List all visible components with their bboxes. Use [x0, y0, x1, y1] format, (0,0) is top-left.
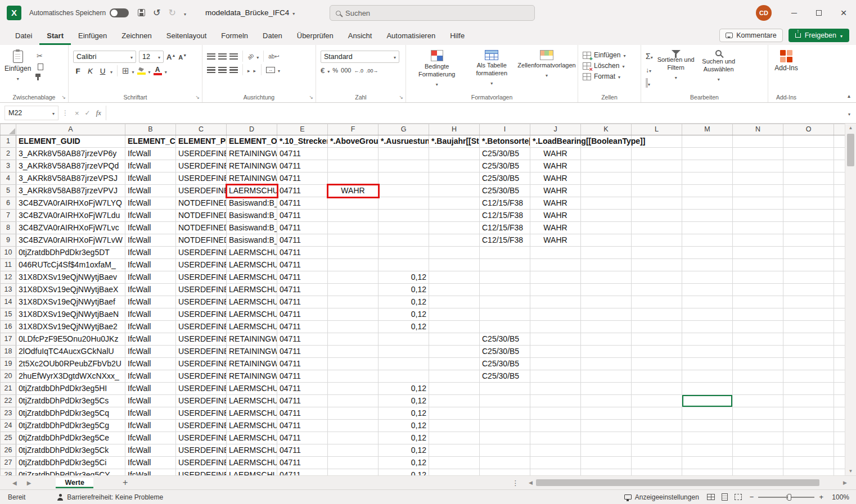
- cell-J19[interactable]: [530, 358, 581, 370]
- column-header-J[interactable]: J: [530, 124, 581, 135]
- cell-L22[interactable]: [632, 395, 682, 407]
- cell-M26[interactable]: [682, 444, 733, 457]
- cell-F23[interactable]: [328, 407, 379, 420]
- cell-E6[interactable]: 04711: [277, 197, 328, 210]
- cell-F20[interactable]: [328, 370, 379, 383]
- cell-B18[interactable]: IfcWall: [125, 346, 176, 358]
- cell-G26[interactable]: 0,12: [379, 444, 429, 457]
- cell-K5[interactable]: [581, 185, 632, 197]
- insert-cells-button[interactable]: Einfügen: [583, 51, 636, 59]
- cell-L9[interactable]: [632, 234, 682, 247]
- format-painter-icon[interactable]: [35, 74, 40, 77]
- cell-O16[interactable]: [783, 321, 834, 333]
- cell-H10[interactable]: [429, 247, 480, 259]
- cell-K9[interactable]: [581, 234, 632, 247]
- cell-G16[interactable]: 0,12: [379, 321, 429, 333]
- cell-J15[interactable]: [530, 308, 581, 321]
- align-left-icon[interactable]: [207, 67, 215, 73]
- cell-D19[interactable]: RETAININGW: [227, 358, 277, 370]
- cell-A23[interactable]: 0tjZratdbDhPdDkr3eg5Cq: [16, 407, 125, 420]
- font-size-select[interactable]: 12: [139, 51, 164, 63]
- cell-E2[interactable]: 04711: [277, 148, 328, 160]
- align-bottom-icon[interactable]: [229, 53, 238, 60]
- sheet-nav-right-icon[interactable]: [27, 480, 31, 486]
- cell-D12[interactable]: LAERMSCHUT: [227, 271, 277, 284]
- zoom-slider-handle[interactable]: [787, 494, 791, 501]
- cell-E19[interactable]: 04711: [277, 358, 328, 370]
- cell-N9[interactable]: [733, 234, 783, 247]
- cell-M12[interactable]: [682, 271, 733, 284]
- cell-J4[interactable]: WAHR: [530, 172, 581, 185]
- formula-bar-handle-icon[interactable]: [62, 109, 69, 117]
- cell-J23[interactable]: [530, 407, 581, 420]
- cell-C18[interactable]: USERDEFINED: [176, 346, 227, 358]
- align-center-icon[interactable]: [218, 67, 227, 73]
- cell-A19[interactable]: 2t5Xc2OUb0RPeubZFbVb2U: [16, 358, 125, 370]
- cell-M15[interactable]: [682, 308, 733, 321]
- cell-H5[interactable]: [429, 185, 480, 197]
- cell-K21[interactable]: [581, 383, 632, 395]
- cell-D17[interactable]: RETAININGW: [227, 333, 277, 346]
- cell-B17[interactable]: IfcWall: [125, 333, 176, 346]
- tab-seitenlayout[interactable]: Seitenlayout: [159, 28, 214, 45]
- row-header-16[interactable]: 16: [1, 321, 16, 333]
- cell-L3[interactable]: [632, 160, 682, 172]
- cell-M24[interactable]: [682, 420, 733, 432]
- cell-C9[interactable]: NOTDEFINED: [176, 234, 227, 247]
- cell-C28[interactable]: USERDEFINED: [176, 469, 227, 476]
- cell-N28[interactable]: [733, 469, 783, 476]
- cell-I21[interactable]: [480, 383, 530, 395]
- cell-M17[interactable]: [682, 333, 733, 346]
- cell-M27[interactable]: [682, 457, 733, 469]
- cell-M3[interactable]: [682, 160, 733, 172]
- cell-E18[interactable]: 04711: [277, 346, 328, 358]
- fill-color-chevron-icon[interactable]: [148, 66, 151, 76]
- cell-C17[interactable]: USERDEFINED: [176, 333, 227, 346]
- column-header-F[interactable]: F: [328, 124, 379, 135]
- cell-L25[interactable]: [632, 432, 682, 444]
- cell-M6[interactable]: [682, 197, 733, 210]
- cell-K3[interactable]: [581, 160, 632, 172]
- row-header-5[interactable]: 5: [1, 185, 16, 197]
- autosave-toggle[interactable]: [110, 8, 129, 17]
- cell-G21[interactable]: 0,12: [379, 383, 429, 395]
- cell-H13[interactable]: [429, 284, 480, 296]
- cell-N25[interactable]: [733, 432, 783, 444]
- cell-O5[interactable]: [783, 185, 834, 197]
- cell-O19[interactable]: [783, 358, 834, 370]
- cell-H26[interactable]: [429, 444, 480, 457]
- select-all-corner[interactable]: [1, 124, 16, 135]
- cell-E25[interactable]: 04711: [277, 432, 328, 444]
- cell-M2[interactable]: [682, 148, 733, 160]
- font-color-chevron-icon[interactable]: [165, 66, 167, 76]
- cell-G7[interactable]: [379, 210, 429, 222]
- cell-F13[interactable]: [328, 284, 379, 296]
- cell-M28[interactable]: [682, 469, 733, 476]
- cell-K16[interactable]: [581, 321, 632, 333]
- cell-M8[interactable]: [682, 222, 733, 234]
- cell-E10[interactable]: 04711: [277, 247, 328, 259]
- cell-J20[interactable]: [530, 370, 581, 383]
- cell-E17[interactable]: 04711: [277, 333, 328, 346]
- row-header-6[interactable]: 6: [1, 197, 16, 210]
- cell-D25[interactable]: LAERMSCHUT: [227, 432, 277, 444]
- cell-M14[interactable]: [682, 296, 733, 308]
- cell-A8[interactable]: 3C4BZVA0rAIRHXoFjW7Lvc: [16, 222, 125, 234]
- cell-B19[interactable]: IfcWall: [125, 358, 176, 370]
- cell-D15[interactable]: LAERMSCHUT: [227, 308, 277, 321]
- cell-A16[interactable]: 31X8DXSv19eQjNWytjBae2: [16, 321, 125, 333]
- cell-O3[interactable]: [783, 160, 834, 172]
- cell-J27[interactable]: [530, 457, 581, 469]
- cell-L11[interactable]: [632, 259, 682, 271]
- cell-K10[interactable]: [581, 247, 632, 259]
- cell-F8[interactable]: [328, 222, 379, 234]
- cell-L21[interactable]: [632, 383, 682, 395]
- cell-D23[interactable]: LAERMSCHUT: [227, 407, 277, 420]
- italic-button[interactable]: K: [85, 67, 95, 75]
- cell-B2[interactable]: IfcWall: [125, 148, 176, 160]
- cell-H3[interactable]: [429, 160, 480, 172]
- cell-O20[interactable]: [783, 370, 834, 383]
- cell-L28[interactable]: [632, 469, 682, 476]
- cell-L14[interactable]: [632, 296, 682, 308]
- row-header-11[interactable]: 11: [1, 259, 16, 271]
